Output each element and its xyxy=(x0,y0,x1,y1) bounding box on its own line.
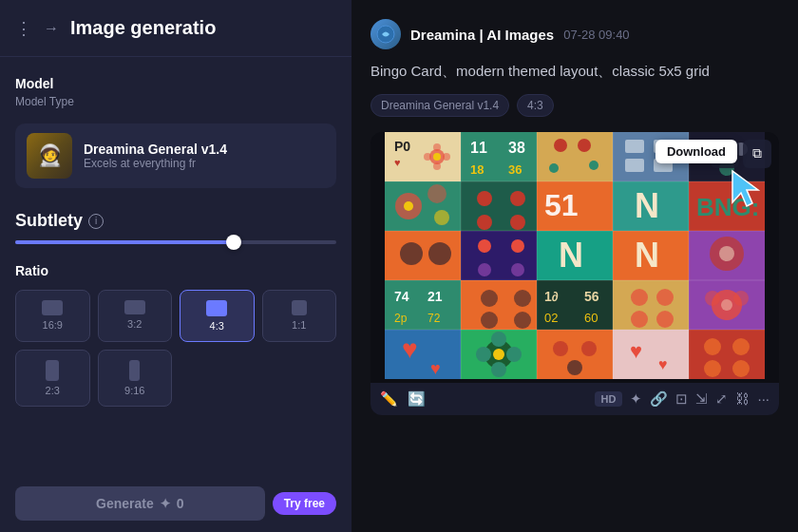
image-toolbar-bottom: ✏️ 🔄 HD ✦ 🔗 ⊡ ⇲ ⤢ ⛓ ··· xyxy=(370,383,779,415)
tags-row: Dreamina General v1.4 4:3 xyxy=(370,94,779,117)
expand-icon[interactable]: ⤢ xyxy=(715,390,728,408)
panel-content: Model Model Type 🧑‍🚀 Dreamina General v1… xyxy=(0,57,352,445)
chain-icon[interactable]: ⛓ xyxy=(735,390,750,407)
svg-rect-36 xyxy=(461,181,537,231)
svg-rect-77 xyxy=(613,280,689,330)
ratio-label-9-16: 9:16 xyxy=(124,385,144,396)
svg-point-108 xyxy=(732,360,750,377)
svg-point-7 xyxy=(433,143,441,151)
svg-rect-104 xyxy=(689,330,765,379)
chat-header: Dreamina | AI Images 07-28 09:40 xyxy=(370,19,779,49)
expand-button[interactable]: ⧉ xyxy=(743,140,771,168)
edit-icon[interactable]: ✏️ xyxy=(380,390,398,408)
model-type-sublabel: Model Type xyxy=(15,95,336,108)
ratio-label: Ratio xyxy=(15,263,336,278)
svg-point-61 xyxy=(719,246,734,261)
svg-point-105 xyxy=(704,338,721,355)
svg-text:N: N xyxy=(559,236,583,275)
ratio-label-1-1: 1:1 xyxy=(292,319,306,331)
cursor-arrow-icon xyxy=(728,166,775,214)
svg-point-11 xyxy=(433,153,441,161)
svg-point-80 xyxy=(631,311,648,328)
model-emoji: 🧑‍🚀 xyxy=(37,143,63,168)
svg-point-49 xyxy=(428,242,451,265)
ratio-icon-4-3 xyxy=(206,300,227,316)
svg-point-9 xyxy=(424,153,431,161)
generate-cost: 0 xyxy=(177,496,184,511)
ratio-icon-1-1 xyxy=(292,300,307,315)
svg-text:72: 72 xyxy=(428,312,441,325)
magic-icon[interactable]: ✦ xyxy=(630,390,642,408)
svg-point-94 xyxy=(476,347,491,362)
arrow-icon[interactable]: → xyxy=(44,20,59,37)
svg-point-86 xyxy=(721,299,732,311)
right-panel: Dreamina | AI Images 07-28 09:40 Bingo C… xyxy=(352,0,798,532)
svg-point-84 xyxy=(705,291,720,306)
ratio-icon-16-9 xyxy=(42,300,63,315)
resize-icon[interactable]: ⇲ xyxy=(695,390,708,408)
svg-point-35 xyxy=(404,201,413,211)
ratio-icon-3-2 xyxy=(124,300,145,314)
svg-point-81 xyxy=(656,311,674,328)
ratio-grid-row2: 2:3 9:16 xyxy=(15,350,336,407)
svg-point-71 xyxy=(514,312,531,329)
ratio-btn-9-16[interactable]: 9:16 xyxy=(98,350,173,407)
svg-text:1∂: 1∂ xyxy=(544,289,559,304)
model-info: Dreamina General v1.4 Excels at everythi… xyxy=(84,142,227,170)
ratio-btn-3-2[interactable]: 3:2 xyxy=(98,290,173,342)
cursor-arrow xyxy=(728,166,775,214)
svg-text:51: 51 xyxy=(544,188,579,222)
svg-point-18 xyxy=(554,139,567,152)
generate-button[interactable]: Generate ✦ 0 xyxy=(15,486,265,521)
model-card[interactable]: 🧑‍🚀 Dreamina General v1.4 Excels at ever… xyxy=(15,124,336,188)
svg-rect-101 xyxy=(613,330,689,379)
hd-badge[interactable]: HD xyxy=(595,391,623,407)
svg-text:60: 60 xyxy=(584,311,598,325)
download-tooltip: Download xyxy=(656,140,737,163)
left-panel: ⋮ → Image generatio Model Model Type 🧑‍🚀… xyxy=(0,0,352,532)
svg-text:N: N xyxy=(635,236,659,275)
svg-point-78 xyxy=(631,289,648,306)
menu-icon[interactable]: ⋮ xyxy=(15,18,32,39)
app-name: Dreamina | AI Images xyxy=(410,27,554,43)
tag-ratio: 4:3 xyxy=(517,94,554,117)
ratio-label-16-9: 16:9 xyxy=(43,319,63,331)
svg-point-99 xyxy=(581,341,597,356)
bingo-card-image: P0 ♥ 11 38 18 36 xyxy=(370,132,779,379)
more-icon[interactable]: ··· xyxy=(757,390,770,407)
svg-text:♥: ♥ xyxy=(402,334,418,364)
slider-thumb[interactable] xyxy=(226,235,241,250)
ratio-btn-4-3[interactable]: 4:3 xyxy=(180,290,255,342)
svg-text:21: 21 xyxy=(428,289,443,304)
svg-text:74: 74 xyxy=(394,289,409,304)
svg-text:N: N xyxy=(635,186,659,225)
svg-point-96 xyxy=(493,349,504,360)
svg-point-69 xyxy=(514,290,531,307)
ratio-btn-1-1[interactable]: 1:1 xyxy=(262,290,337,342)
ratio-label-4-3: 4:3 xyxy=(210,320,224,332)
subtlety-section: Subtlety i xyxy=(15,211,336,244)
link-icon[interactable]: 🔗 xyxy=(650,390,668,408)
generate-icon: ✦ xyxy=(160,496,171,511)
model-thumbnail: 🧑‍🚀 xyxy=(27,133,72,179)
svg-text:56: 56 xyxy=(584,289,599,304)
subtlety-slider[interactable] xyxy=(15,240,336,244)
svg-point-52 xyxy=(511,239,524,253)
tag-model: Dreamina General v1.4 xyxy=(370,94,509,117)
crop-icon[interactable]: ⊡ xyxy=(675,390,688,408)
svg-rect-23 xyxy=(625,140,644,153)
refresh-icon[interactable]: 🔄 xyxy=(408,390,426,408)
svg-point-20 xyxy=(589,161,598,170)
svg-point-92 xyxy=(491,332,506,347)
try-free-badge[interactable]: Try free xyxy=(273,492,336,515)
svg-point-100 xyxy=(567,360,582,375)
ratio-btn-16-9[interactable]: 16:9 xyxy=(15,290,90,342)
ratio-label-2-3: 2:3 xyxy=(46,385,60,396)
ratio-btn-2-3[interactable]: 2:3 xyxy=(15,350,90,407)
svg-rect-25 xyxy=(625,159,644,172)
subtlety-info-icon[interactable]: i xyxy=(88,214,104,229)
image-container: Download ⬇ ⧉ P0 ♥ xyxy=(370,132,779,415)
svg-point-95 xyxy=(506,347,522,362)
ratio-icon-9-16 xyxy=(129,360,140,381)
svg-text:38: 38 xyxy=(508,140,525,156)
